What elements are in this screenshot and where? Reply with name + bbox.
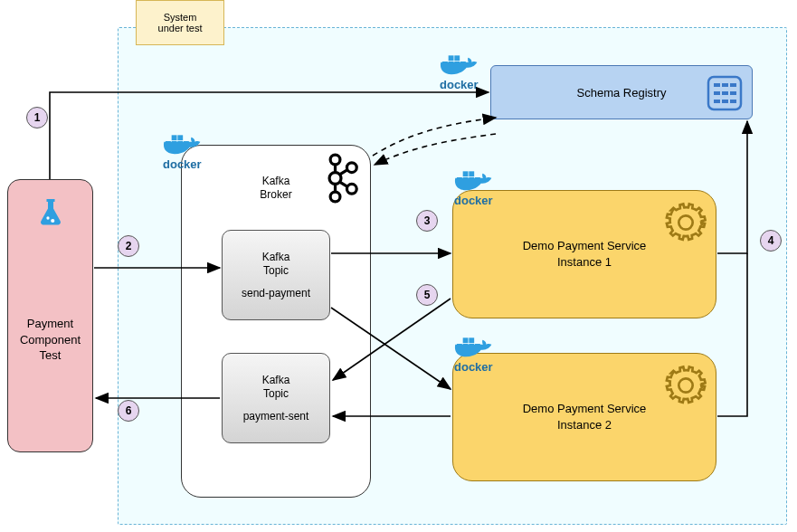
schema-registry-box: Schema Registry (490, 65, 753, 119)
topic-name: payment-sent (243, 410, 309, 423)
svc2-label: Demo Payment Service Instance 2 (523, 401, 647, 432)
svg-point-0 (46, 216, 49, 219)
docker-label: docker (454, 194, 493, 207)
step-badge-4: 4 (760, 230, 782, 252)
step-badge-1: 1 (26, 107, 48, 128)
svg-rect-14 (730, 83, 736, 87)
topic-name: send-payment (242, 287, 310, 299)
svg-rect-12 (714, 83, 720, 87)
svg-rect-15 (714, 91, 720, 95)
step-badge-2: 2 (118, 235, 139, 257)
svg-point-5 (346, 163, 356, 173)
step-badge-6: 6 (118, 400, 139, 422)
svg-point-6 (346, 184, 356, 194)
svg-point-4 (330, 192, 340, 202)
svg-point-2 (330, 155, 340, 165)
svg-rect-13 (722, 83, 728, 87)
kafka-topic-send-payment: Kafka Topic send-payment (222, 230, 330, 320)
database-grid-icon (707, 75, 743, 111)
sut-note-text: System under test (158, 12, 203, 33)
payment-component-test-box: Payment Component Test (7, 179, 93, 452)
svg-rect-16 (722, 91, 728, 95)
svg-point-1 (51, 219, 54, 223)
svg-rect-17 (730, 91, 736, 95)
gear-icon (665, 202, 707, 243)
svg-rect-11 (708, 77, 741, 109)
diagram-canvas: System under test Payment Component Test… (0, 0, 797, 532)
gear-icon (665, 365, 707, 406)
step-badge-5: 5 (416, 284, 438, 306)
system-under-test-note: System under test (136, 0, 224, 45)
demo-payment-service-1: Demo Payment Service Instance 1 (452, 190, 716, 318)
docker-label: docker (454, 360, 493, 374)
flask-icon (34, 196, 67, 229)
svg-rect-20 (730, 100, 736, 103)
kafka-broker-box: Kafka Broker (181, 145, 371, 498)
step-badge-3: 3 (416, 210, 438, 232)
svg-rect-18 (714, 100, 720, 103)
svg-point-3 (329, 173, 341, 185)
kafka-icon (321, 153, 361, 204)
svg-line-9 (340, 169, 348, 174)
svg-rect-19 (722, 100, 728, 103)
schema-registry-label: Schema Registry (577, 86, 667, 100)
svc1-label: Demo Payment Service Instance 1 (523, 238, 647, 270)
docker-label: docker (440, 78, 479, 91)
docker-label: docker (163, 157, 202, 171)
kafka-broker-label: Kafka Broker (260, 175, 291, 202)
kafka-topic-payment-sent: Kafka Topic payment-sent (222, 353, 330, 443)
pct-label: Payment Component Test (20, 316, 81, 364)
topic-label: Kafka Topic (262, 251, 290, 278)
topic-label: Kafka Topic (262, 374, 290, 401)
svg-line-10 (340, 182, 348, 186)
